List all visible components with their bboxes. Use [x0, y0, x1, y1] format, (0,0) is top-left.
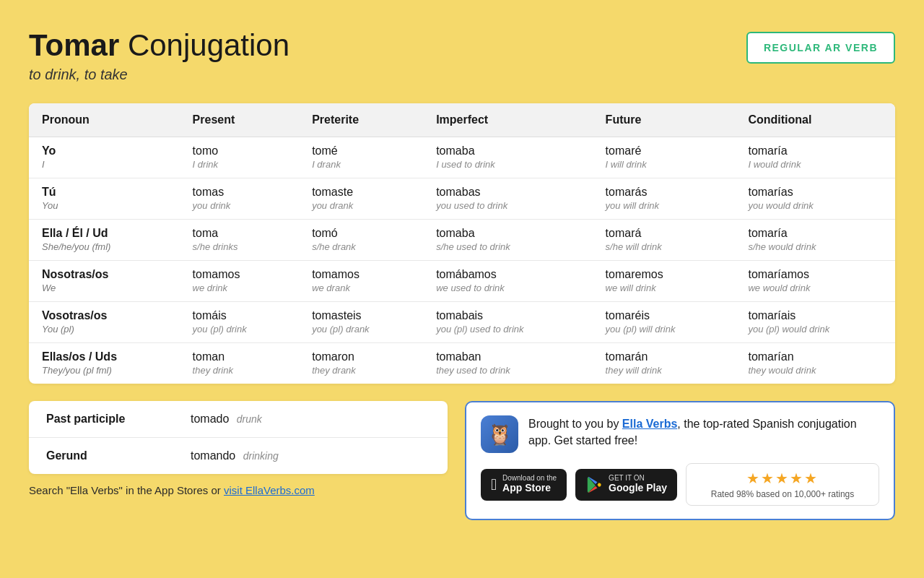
table-row: Ellas/os / UdsThey/you (pl fml)tomanthey…: [29, 343, 895, 384]
cell-conditional: tomaríasyou would drink: [735, 178, 895, 220]
title-block: Tomar Conjugation to drink, to take: [29, 29, 289, 83]
google-play-icon: [585, 476, 603, 493]
cell-pronoun: Ella / Él / UdShe/he/you (fml): [29, 220, 180, 261]
gerund-value: tomando drinking: [173, 438, 448, 475]
cell-future: tomaréisyou (pl) will drink: [593, 302, 736, 343]
cell-present: tomamoswe drink: [180, 261, 300, 302]
table-row: Vosotras/osYou (pl)tomáisyou (pl) drinkt…: [29, 302, 895, 343]
table-header-row: Pronoun Present Preterite Imperfect Futu…: [29, 103, 895, 137]
cell-pronoun: Ellas/os / UdsThey/you (pl fml): [29, 343, 180, 384]
cell-preterite: toméI drank: [299, 137, 423, 178]
promo-box: 🦉 Brought to you by Ella Verbs, the top-…: [465, 401, 895, 520]
past-participle-label: Past participle: [29, 401, 173, 438]
cell-preterite: tomasteisyou (pl) drank: [299, 302, 423, 343]
cell-conditional: tomaríaI would drink: [735, 137, 895, 178]
cell-pronoun: Vosotras/osYou (pl): [29, 302, 180, 343]
cell-conditional: tomarías/he would drink: [735, 220, 895, 261]
ella-verbs-promo-link[interactable]: Ella Verbs: [622, 418, 678, 430]
cell-imperfect: tomabaisyou (pl) used to drink: [423, 302, 592, 343]
cell-imperfect: tomábamoswe used to drink: [423, 261, 592, 302]
col-future: Future: [593, 103, 736, 137]
app-store-button[interactable]:  Download on the App Store: [481, 469, 567, 501]
cell-imperfect: tomabaI used to drink: [423, 137, 592, 178]
cell-conditional: tomaríamoswe would drink: [735, 261, 895, 302]
cell-conditional: tomaríaisyou (pl) would drink: [735, 302, 895, 343]
ella-verbs-link[interactable]: visit EllaVerbs.com: [224, 484, 315, 496]
rating-text: Rated 98% based on 10,000+ ratings: [697, 489, 868, 499]
page-header: Tomar Conjugation to drink, to take REGU…: [29, 29, 895, 83]
past-participle-value: tomado drunk: [173, 401, 448, 438]
col-preterite: Preterite: [299, 103, 423, 137]
cell-imperfect: tomabas/he used to drink: [423, 220, 592, 261]
rating-stars: ★★★★★: [697, 470, 868, 487]
cell-future: tomaréI will drink: [593, 137, 736, 178]
gerund-row: Gerund tomando drinking: [29, 438, 448, 475]
promo-description: Brought to you by Ella Verbs, the top-ra…: [528, 415, 879, 449]
page-title: Tomar Conjugation: [29, 29, 289, 62]
table-row: YoItomoI drinktoméI dranktomabaI used to…: [29, 137, 895, 178]
cell-preterite: tomamoswe drank: [299, 261, 423, 302]
table-row: Nosotras/osWetomamoswe drinktomamoswe dr…: [29, 261, 895, 302]
cell-imperfect: tomabanthey used to drink: [423, 343, 592, 384]
promo-header: 🦉 Brought to you by Ella Verbs, the top-…: [481, 415, 879, 453]
col-imperfect: Imperfect: [423, 103, 592, 137]
past-participle-row: Past participle tomado drunk: [29, 401, 448, 438]
bottom-section: Past participle tomado drunk Gerund toma…: [29, 401, 895, 520]
cell-preterite: tomaronthey drank: [299, 343, 423, 384]
cell-present: tomasyou drink: [180, 178, 300, 220]
gerund-label: Gerund: [29, 438, 173, 475]
col-conditional: Conditional: [735, 103, 895, 137]
cell-imperfect: tomabasyou used to drink: [423, 178, 592, 220]
cell-present: tomáisyou (pl) drink: [180, 302, 300, 343]
cell-future: tomaránthey will drink: [593, 343, 736, 384]
col-pronoun: Pronoun: [29, 103, 180, 137]
cell-pronoun: YoI: [29, 137, 180, 178]
cell-preterite: tomasteyou drank: [299, 178, 423, 220]
cell-future: tomaremoswe will drink: [593, 261, 736, 302]
cell-conditional: tomaríanthey would drink: [735, 343, 895, 384]
cell-preterite: tomós/he drank: [299, 220, 423, 261]
left-bottom: Past participle tomado drunk Gerund toma…: [29, 401, 448, 496]
conjugation-table: Pronoun Present Preterite Imperfect Futu…: [29, 103, 895, 384]
rating-box: ★★★★★ Rated 98% based on 10,000+ ratings: [686, 463, 879, 506]
google-play-button[interactable]: GET IT ON Google Play: [575, 469, 677, 501]
cell-pronoun: Nosotras/osWe: [29, 261, 180, 302]
page-subtitle: to drink, to take: [29, 66, 289, 83]
promo-app-icon: 🦉: [481, 415, 518, 453]
table-row: Ella / Él / UdShe/he/you (fml)tomas/he d…: [29, 220, 895, 261]
verb-type-badge: REGULAR AR VERB: [746, 32, 895, 64]
participle-table: Past participle tomado drunk Gerund toma…: [29, 401, 448, 474]
search-text: Search "Ella Verbs" in the App Stores or…: [29, 484, 448, 496]
cell-present: tomanthey drink: [180, 343, 300, 384]
cell-future: tomarás/he will drink: [593, 220, 736, 261]
apple-icon: : [491, 475, 497, 494]
cell-pronoun: TúYou: [29, 178, 180, 220]
cell-present: tomoI drink: [180, 137, 300, 178]
col-present: Present: [180, 103, 300, 137]
app-store-text: Download on the App Store: [502, 475, 557, 494]
cell-present: tomas/he drinks: [180, 220, 300, 261]
cell-future: tomarásyou will drink: [593, 178, 736, 220]
participle-box: Past participle tomado drunk Gerund toma…: [29, 401, 448, 474]
google-play-text: GET IT ON Google Play: [609, 475, 667, 494]
promo-buttons:  Download on the App Store GET IT ON: [481, 463, 879, 506]
table-row: TúYoutomasyou drinktomasteyou dranktomab…: [29, 178, 895, 220]
